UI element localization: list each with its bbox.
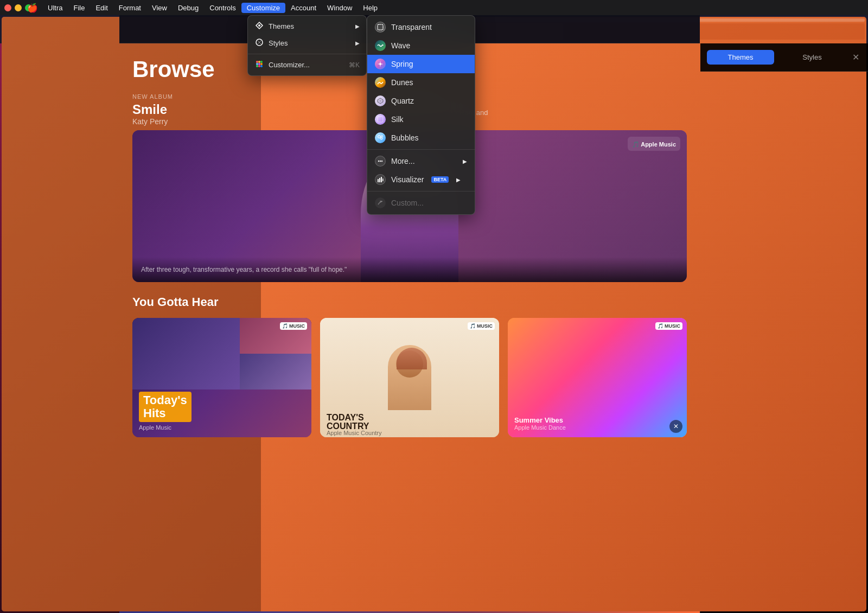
menu-bar: 🍎 Ultra File Edit Format View Debug Cont… <box>27 3 383 13</box>
svg-point-10 <box>258 63 260 65</box>
theme-item-quartz[interactable]: Quartz <box>367 92 475 110</box>
svg-point-8 <box>260 61 263 63</box>
theme-item-more[interactable]: More... ▶ <box>367 152 475 170</box>
svg-point-4 <box>258 24 260 27</box>
more-icon <box>375 156 386 167</box>
menu-themes-label: Themes <box>269 22 294 30</box>
svg-rect-32 <box>381 177 382 182</box>
svg-point-27 <box>378 161 379 162</box>
themes-menu-icon <box>254 21 264 31</box>
menu-ultra[interactable]: Ultra <box>42 3 68 13</box>
theme-item-custom[interactable]: Custom... <box>367 194 475 212</box>
theme-item-silk[interactable]: Silk <box>367 110 475 129</box>
theme-item-wave[interactable]: Wave <box>367 36 475 55</box>
card-todays-country[interactable]: TODAY'SCOUNTRY Apple Music Country 🎵 MUS… <box>320 318 499 437</box>
svg-point-9 <box>256 63 258 65</box>
svg-rect-31 <box>379 178 380 182</box>
svg-point-16 <box>379 63 381 65</box>
theme-item-bubbles[interactable]: Bubbles <box>367 129 475 147</box>
svg-point-6 <box>256 61 258 63</box>
transparent-icon <box>375 22 386 33</box>
menu-account[interactable]: Account <box>285 3 322 13</box>
theme-item-dunes[interactable]: Dunes <box>367 73 475 92</box>
tab-themes[interactable]: Themes <box>707 50 774 65</box>
dunes-icon <box>375 77 386 88</box>
theme-label-quartz: Quartz <box>391 97 414 105</box>
svg-point-7 <box>258 61 260 63</box>
right-panel: Themes Styles ✕ Custom Theme Select cust… <box>700 43 868 613</box>
menu-themes-item[interactable]: Themes ▶ <box>248 18 366 35</box>
visualizer-beta-badge: BETA <box>431 176 449 183</box>
card-close-button[interactable]: ✕ <box>669 420 682 433</box>
more-arrow-icon: ▶ <box>463 158 467 164</box>
menu-help[interactable]: Help <box>358 3 383 13</box>
menu-customizer-item[interactable]: Customizer... ⌘K <box>248 56 366 73</box>
wave-icon <box>375 40 386 51</box>
menu-debug[interactable]: Debug <box>173 3 204 13</box>
themes-divider-2 <box>367 191 475 191</box>
styles-menu-icon <box>254 38 264 48</box>
theme-label-silk: Silk <box>391 115 404 124</box>
cards-row: Today'sHits Apple Music 🎵 MUSIC T <box>132 318 687 437</box>
svg-point-34 <box>380 201 382 202</box>
theme-card-extra[interactable] <box>707 412 861 455</box>
custom-icon <box>375 197 386 208</box>
customizer-shortcut: ⌘K <box>349 61 360 69</box>
menu-customizer-label: Customizer... <box>269 61 310 69</box>
theme-label-more: More... <box>391 157 415 165</box>
svg-point-26 <box>381 136 383 137</box>
svg-point-25 <box>380 137 382 139</box>
spring-icon <box>375 59 386 69</box>
theme-label-wave: Wave <box>391 41 410 50</box>
svg-point-13 <box>258 65 260 67</box>
menu-format[interactable]: Format <box>113 3 146 13</box>
visualizer-arrow-icon: ▶ <box>456 177 461 183</box>
menu-controls[interactable]: Controls <box>204 3 241 13</box>
themes-arrow-icon: ▶ <box>355 23 360 29</box>
titlebar: 🍎 Ultra File Edit Format View Debug Cont… <box>0 0 868 15</box>
styles-arrow-icon: ▶ <box>355 40 360 46</box>
theme-item-spring[interactable]: Spring <box>367 55 475 73</box>
menu-view[interactable]: View <box>146 3 173 13</box>
svg-point-12 <box>256 65 258 67</box>
theme-label-bubbles: Bubbles <box>391 133 419 142</box>
customize-menu: Themes ▶ Styles ▶ Cust <box>247 15 367 76</box>
tab-styles[interactable]: Styles <box>778 50 846 65</box>
svg-point-28 <box>380 161 381 162</box>
you-gotta-hear-title: You Gotta Hear <box>132 295 687 309</box>
menu-window[interactable]: Window <box>322 3 358 13</box>
silk-icon <box>375 114 386 125</box>
theme-label-custom: Custom... <box>391 199 424 207</box>
card-summer-vibes[interactable]: Summer Vibes Apple Music Dance 🎵 MUSIC ✕ <box>508 318 687 437</box>
themes-divider-1 <box>367 149 475 150</box>
themes-submenu: Transparent Wave Spring Dunes <box>367 15 475 215</box>
card-todays-hits[interactable]: Today'sHits Apple Music 🎵 MUSIC <box>132 318 311 437</box>
svg-rect-33 <box>382 178 384 181</box>
menu-edit[interactable]: Edit <box>90 3 113 13</box>
theme-label-transparent: Transparent <box>391 23 432 31</box>
menu-divider <box>248 54 366 54</box>
svg-rect-15 <box>378 24 383 30</box>
close-button[interactable] <box>4 4 11 11</box>
svg-point-14 <box>260 65 263 67</box>
menu-styles-label: Styles <box>269 39 288 47</box>
svg-point-24 <box>378 136 381 138</box>
apple-logo-icon[interactable]: 🍎 <box>27 3 38 13</box>
extra-theme-preview <box>707 412 861 455</box>
svg-point-11 <box>260 63 263 65</box>
visualizer-icon <box>375 174 386 185</box>
card-label-2: Summer Vibes <box>514 416 680 424</box>
card-sublabel-2: Apple Music Dance <box>514 424 680 431</box>
panel-close-button[interactable]: ✕ <box>850 50 861 65</box>
panel-header: Themes Styles ✕ <box>700 43 868 72</box>
theme-item-visualizer[interactable]: Visualizer BETA ▶ <box>367 170 475 189</box>
menu-file[interactable]: File <box>68 3 90 13</box>
customizer-menu-icon <box>254 60 264 70</box>
album-desc: After three tough, transformative years,… <box>141 266 678 273</box>
theme-item-transparent[interactable]: Transparent <box>367 18 475 36</box>
quartz-icon <box>375 95 386 106</box>
menu-customize[interactable]: Customize <box>241 3 285 13</box>
menu-styles-item[interactable]: Styles ▶ <box>248 35 366 52</box>
card-label-1: Apple Music Country <box>327 430 382 436</box>
minimize-button[interactable] <box>15 4 22 11</box>
